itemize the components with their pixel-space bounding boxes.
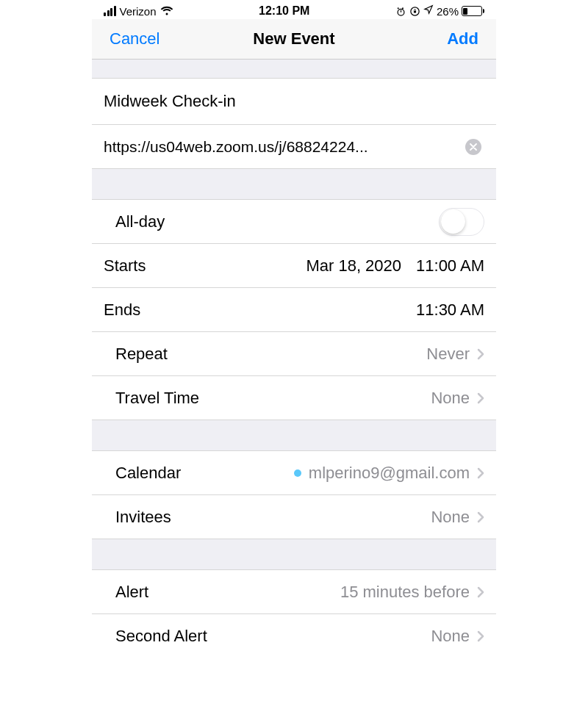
invitees-label: Invitees (104, 508, 431, 527)
alert-value: 15 minutes before (340, 583, 470, 602)
calendar-row[interactable]: Calendar mlperino9@gmail.com (92, 451, 496, 495)
chevron-right-icon (477, 348, 484, 360)
event-location-input[interactable] (92, 138, 456, 156)
status-right: 26% (395, 4, 484, 18)
battery-icon (462, 6, 484, 16)
starts-row[interactable]: Starts Mar 18, 2020 11:00 AM (92, 244, 496, 288)
section-spacer (92, 169, 496, 200)
second-alert-value: None (431, 627, 470, 646)
starts-time: 11:00 AM (416, 256, 484, 276)
status-left: Verizon (104, 5, 173, 18)
all-day-row[interactable]: All-day (92, 200, 496, 244)
cancel-button[interactable]: Cancel (110, 29, 159, 48)
travel-time-value: None (431, 389, 470, 408)
status-time: 12:10 PM (259, 4, 309, 18)
repeat-row[interactable]: Repeat Never (92, 332, 496, 376)
nav-bar: Cancel New Event Add (92, 19, 496, 60)
location-icon (423, 4, 434, 18)
all-day-toggle[interactable] (439, 208, 484, 236)
second-alert-label: Second Alert (104, 627, 431, 646)
section-spacer (92, 539, 496, 570)
alert-label: Alert (104, 583, 340, 602)
calendar-value: mlperino9@gmail.com (309, 464, 470, 483)
repeat-value: Never (426, 345, 470, 364)
chevron-right-icon (477, 586, 484, 598)
calendar-dot-icon (294, 469, 301, 477)
second-alert-row[interactable]: Second Alert None (92, 614, 496, 658)
invitees-value: None (431, 508, 470, 527)
orientation-lock-icon (409, 6, 420, 17)
status-bar: Verizon 12:10 PM 26% (92, 0, 496, 19)
repeat-label: Repeat (104, 345, 426, 364)
title-row[interactable] (92, 79, 496, 125)
clear-location-icon[interactable] (465, 139, 481, 155)
chevron-right-icon (477, 630, 484, 642)
nav-title: New Event (253, 29, 334, 48)
carrier-label: Verizon (120, 5, 157, 18)
chevron-right-icon (477, 467, 484, 479)
section-spacer (92, 420, 496, 451)
add-button[interactable]: Add (447, 29, 478, 48)
ends-label: Ends (104, 300, 416, 320)
travel-time-label: Travel Time (104, 389, 431, 408)
travel-time-row[interactable]: Travel Time None (92, 376, 496, 420)
chevron-right-icon (477, 392, 484, 404)
starts-label: Starts (104, 256, 306, 276)
all-day-label: All-day (104, 212, 439, 231)
starts-date: Mar 18, 2020 (306, 256, 401, 276)
ends-row[interactable]: Ends 11:30 AM (92, 288, 496, 332)
chevron-right-icon (477, 511, 484, 523)
alarm-icon (395, 6, 406, 17)
location-row[interactable] (92, 125, 496, 169)
battery-pct: 26% (437, 5, 459, 18)
wifi-icon (160, 6, 173, 16)
section-spacer (92, 60, 496, 79)
event-title-input[interactable] (104, 79, 484, 124)
signal-icon (104, 6, 116, 16)
alert-row[interactable]: Alert 15 minutes before (92, 570, 496, 614)
invitees-row[interactable]: Invitees None (92, 495, 496, 539)
ends-time: 11:30 AM (416, 300, 484, 320)
calendar-label: Calendar (104, 464, 294, 483)
